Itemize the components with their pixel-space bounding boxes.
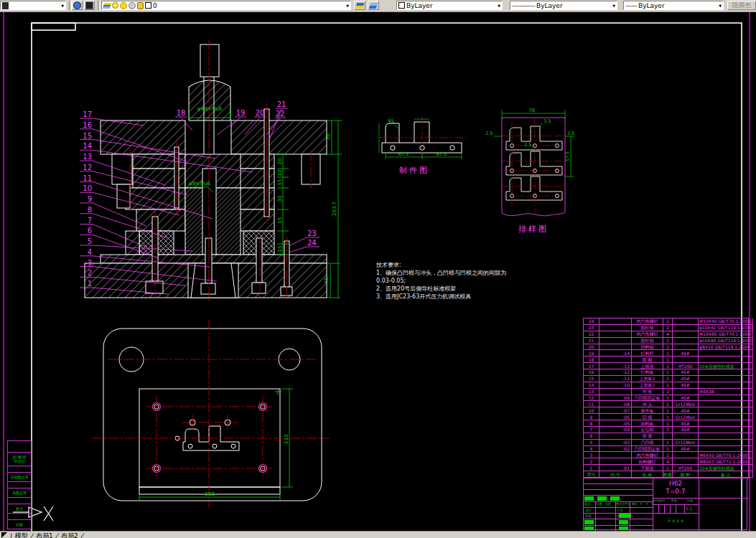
bom-cell: 内六角螺钉 bbox=[632, 452, 663, 458]
bom-cell: 2 bbox=[663, 325, 673, 331]
linetype-dropdown[interactable]: ———— ByLayer ▼ bbox=[510, 1, 617, 10]
dim-strip-width: 78 bbox=[529, 108, 535, 113]
bom-cell: 18 bbox=[584, 357, 599, 363]
bom-cell: 导 套 bbox=[632, 389, 663, 395]
bom-cell bbox=[599, 433, 632, 440]
bom-cell: -08 bbox=[599, 401, 632, 407]
chevron-down-icon: ▼ bbox=[719, 4, 722, 8]
tab-layout2[interactable]: 布局2 bbox=[61, 532, 78, 538]
bom-cell bbox=[673, 389, 699, 395]
chevron-down-icon: ▼ bbox=[346, 4, 349, 8]
layers-stack-icon bbox=[103, 3, 112, 9]
margin-label: 底图总号 bbox=[12, 491, 27, 495]
layer-previous-button[interactable] bbox=[368, 1, 379, 10]
bom-cell: 20 bbox=[584, 344, 599, 351]
bom-cell: 挡料销 bbox=[632, 344, 663, 351]
callout-number: 16 bbox=[83, 121, 92, 129]
margin-label: 旧底图总号 bbox=[11, 475, 29, 479]
dim-plan-height: 110 bbox=[284, 434, 289, 443]
dim-strip-t1: 3.5 bbox=[543, 118, 551, 124]
qty-label: 数量 bbox=[671, 499, 677, 502]
make-layer-current-icon bbox=[355, 3, 365, 9]
bom-cell: φ10X42 GB/T119.1-2000 bbox=[699, 325, 753, 331]
bom-cell: 11 bbox=[584, 401, 599, 407]
bom-cell: M10X40 GB/T70.1-2000 bbox=[699, 318, 753, 325]
toolbar-partial-combo[interactable]: ▼ bbox=[0, 1, 66, 10]
bom-cell bbox=[599, 452, 632, 458]
bom-cell: 2 bbox=[663, 389, 673, 395]
top-toolbar: ▼ 0 ▼ ByLayer ▼ bbox=[0, 0, 756, 12]
bom-cell: 模 柄 bbox=[632, 357, 663, 363]
bom-cell: 2 bbox=[663, 338, 673, 344]
bom-cell: φ10X80 GB/T119.1-2000 bbox=[699, 338, 753, 344]
callout-number: 7 bbox=[88, 217, 92, 225]
bom-cell: 1 bbox=[663, 407, 673, 414]
bom-cell: 12 bbox=[584, 395, 599, 402]
layer-states-button[interactable] bbox=[84, 1, 95, 10]
rev-label: 处数 bbox=[597, 502, 602, 506]
bom-cell: 20#后侧导柱模架 bbox=[699, 465, 753, 471]
bom-cell bbox=[599, 331, 632, 338]
bom-cell: 7 bbox=[584, 427, 599, 433]
bom-cell: 1 bbox=[663, 446, 673, 453]
dim-right-1: 203.7 bbox=[332, 202, 337, 216]
callout-number: 10 bbox=[83, 184, 92, 192]
layer-dropdown[interactable]: 0 ▼ bbox=[101, 1, 351, 10]
bom-cell: 24 bbox=[584, 318, 599, 325]
layer-properties-button[interactable] bbox=[72, 1, 83, 10]
callout-number: 19 bbox=[236, 109, 246, 117]
bom-cell bbox=[699, 376, 753, 382]
callout-number: 3 bbox=[88, 259, 92, 267]
tab-layout1[interactable]: 布局1 bbox=[36, 532, 53, 538]
bom-cell: 1 bbox=[663, 420, 673, 427]
bom-cell: 15 bbox=[584, 376, 599, 382]
callout-number: 24 bbox=[307, 239, 317, 247]
bom-cell bbox=[599, 357, 632, 363]
callout-number: 18 bbox=[177, 109, 186, 117]
margin-label: 日期 bbox=[16, 522, 23, 527]
callout-number: 13 bbox=[83, 153, 92, 161]
callout-number: 21 bbox=[277, 100, 286, 108]
tab-model[interactable]: 模型 bbox=[15, 532, 28, 538]
bom-cell: 1 bbox=[584, 465, 599, 471]
color-dropdown[interactable]: ByLayer ▼ bbox=[396, 1, 503, 10]
bom-cell: -13 bbox=[599, 363, 632, 369]
layer-states-icon bbox=[85, 1, 93, 9]
make-layer-current-button[interactable] bbox=[354, 1, 365, 10]
bom-cell: 打料板 bbox=[632, 369, 663, 376]
bom-cell: 圆柱销 bbox=[632, 338, 663, 344]
tech-notes-line: 2、选用20号后侧导柱标准模架 bbox=[376, 285, 549, 293]
part-drawing-label: 制件图 bbox=[399, 166, 429, 175]
bom-cell bbox=[699, 407, 753, 414]
strip-drawing-label: 排样图 bbox=[518, 225, 549, 234]
chevron-down-icon: ▼ bbox=[498, 4, 500, 8]
material-spec: H62 T=0.7 bbox=[653, 480, 699, 496]
dim-plan-width: 160 bbox=[205, 491, 214, 497]
bom-cell: 冲 头 bbox=[632, 401, 663, 407]
linetype-value: ByLayer bbox=[536, 2, 563, 9]
technical-requirements: 技术要求: 1、确保凸凹模与冲头，凸凹模与凹模之间的间隙为 0.03-0.05;… bbox=[376, 261, 549, 301]
bom-cell bbox=[699, 357, 753, 363]
lineweight-dropdown[interactable]: —— ByLayer ▼ bbox=[623, 1, 724, 10]
bom-cell: 卸料螺钉 bbox=[632, 458, 663, 465]
layer-previous-icon bbox=[369, 3, 378, 9]
bom-cell bbox=[673, 344, 699, 351]
bom-cell: -10 bbox=[599, 382, 632, 389]
bom-cell: -06 bbox=[599, 414, 632, 420]
sign-label: 审核 bbox=[585, 514, 592, 518]
bom-cell: -03 bbox=[599, 440, 632, 446]
bom-cell: HT200 bbox=[673, 363, 699, 369]
sign-label: 设计 bbox=[585, 509, 592, 512]
bom-cell: 45# bbox=[673, 427, 699, 433]
plotstyle-button[interactable]: 随颜色 bbox=[727, 1, 756, 10]
tab-scroll-icon[interactable] bbox=[1, 532, 7, 538]
rev-label: 分区 bbox=[605, 502, 611, 506]
bom-cell: 10 bbox=[584, 407, 599, 414]
bom-cell: 上模座 bbox=[632, 363, 663, 369]
bom-cell bbox=[699, 382, 753, 389]
bom-cell: 推件板 bbox=[632, 407, 663, 414]
bom-cell bbox=[673, 318, 699, 325]
bulb-icon bbox=[112, 2, 118, 9]
bom-cell bbox=[673, 325, 699, 331]
bom-cell: 定位销 bbox=[632, 427, 663, 433]
